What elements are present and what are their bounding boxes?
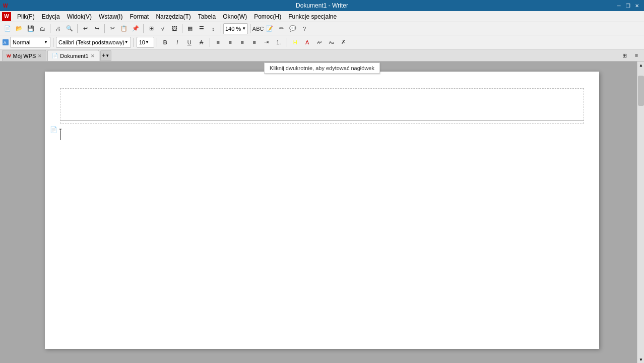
toolbar2: A Normal ▼ Calibri (Tekst podstawowy) ▼ … [0, 35, 644, 49]
scrollbar-thumb[interactable] [638, 76, 644, 106]
restore-button[interactable]: ❐ [624, 2, 632, 10]
tabbar-right: ⊞ ≡ [619, 50, 642, 61]
print-preview-button[interactable]: 🔍 [64, 23, 75, 34]
list-ordered-button[interactable]: 1. [273, 37, 284, 48]
help-button[interactable]: ? [299, 23, 310, 34]
zoom-value: 140 % [225, 26, 241, 32]
align-justify-button[interactable]: ≡ [249, 37, 260, 48]
undo-button[interactable]: ↩ [80, 23, 91, 34]
app-logo: W [3, 3, 8, 9]
zoom-arrow: ▼ [242, 26, 246, 31]
page-insert-icon[interactable]: 📄 ▼ [50, 126, 62, 133]
menu-tools[interactable]: Narzędzia(T) [153, 12, 194, 21]
tab-mywps-label: Mój WPS [13, 53, 36, 59]
font-dropdown[interactable]: Calibri (Tekst podstawowy) ▼ [56, 37, 131, 48]
tab-document1-close[interactable]: ✕ [91, 53, 95, 58]
open-button[interactable]: 📂 [14, 23, 25, 34]
menu-view[interactable]: Widok(V) [64, 12, 95, 21]
style-area: A Normal ▼ [2, 37, 50, 48]
redo-button[interactable]: ↪ [91, 23, 102, 34]
close-button[interactable]: ✕ [633, 2, 641, 10]
strikethrough-button[interactable]: A [196, 37, 207, 48]
word-count-button[interactable]: 📝 [264, 23, 275, 34]
document-area[interactable]: Kliknij dwukrotnie, aby edytować nagłówe… [0, 62, 644, 363]
spellcheck-button[interactable]: ABC [252, 23, 264, 34]
font-color-button[interactable]: A [302, 37, 313, 48]
tabbar: W Mój WPS ✕ 📄 Dokument1 ✕ + ▼ ⊞ ≡ [0, 49, 644, 62]
header-dashed-box[interactable] [60, 88, 584, 124]
insert-table-button[interactable]: ⊞ [146, 23, 157, 34]
page-insert-dropdown[interactable]: ▼ [58, 128, 62, 132]
header-tooltip[interactable]: Kliknij dwukrotnie, aby edytować nagłówe… [264, 63, 380, 74]
style-dropdown[interactable]: Normal ▼ [10, 37, 50, 48]
highlight-button[interactable]: H [290, 37, 301, 48]
sep2 [77, 24, 78, 33]
italic-button[interactable]: I [172, 37, 183, 48]
style-arrow: ▼ [44, 40, 48, 44]
paste-button[interactable]: 📌 [130, 23, 141, 34]
vertical-scrollbar[interactable]: ▲ ▼ [637, 62, 644, 363]
menu-insert[interactable]: Wstaw(I) [96, 12, 125, 21]
document-body[interactable]: 📄 ▼ [45, 121, 599, 323]
underline-button[interactable]: U [184, 37, 195, 48]
svg-text:A: A [4, 40, 7, 45]
new-tab-button[interactable]: + ▼ [100, 50, 111, 61]
align-left-button[interactable]: ≡ [213, 37, 224, 48]
font-value: Calibri (Tekst podstawowy) [58, 39, 124, 45]
menu-edit[interactable]: Edycja [39, 12, 63, 21]
new-button[interactable]: 📄 [2, 23, 13, 34]
align-center-button[interactable]: ≡ [225, 37, 236, 48]
size-arrow: ▼ [145, 40, 149, 44]
tab-settings-button[interactable]: ≡ [631, 50, 642, 61]
menu-help[interactable]: Pomoc(H) [251, 12, 284, 21]
tab-mywps-close[interactable]: ✕ [38, 53, 42, 58]
copy-button[interactable]: 📋 [118, 23, 130, 34]
subscript-button[interactable]: A₂ [326, 37, 337, 48]
app-menu-icon[interactable]: W [2, 12, 11, 21]
comment-button[interactable]: 💬 [287, 23, 298, 34]
bold-button[interactable]: B [160, 37, 171, 48]
indent-button[interactable]: ⇥ [261, 37, 272, 48]
menu-table[interactable]: Tabela [195, 12, 219, 21]
menubar: W Plik(F) Edycja Widok(V) Wstaw(I) Forma… [0, 11, 644, 22]
size-value: 10 [139, 39, 145, 45]
strikeout-button[interactable]: ✗ [338, 37, 349, 48]
page-insert-file-icon: 📄 [50, 126, 57, 133]
header-section: Kliknij dwukrotnie, aby edytować nagłówe… [60, 72, 584, 121]
minimize-button[interactable]: ─ [615, 2, 623, 10]
formula-button[interactable]: √ [157, 23, 168, 34]
columns-button[interactable]: ▦ [184, 23, 196, 34]
align-right-button[interactable]: ≡ [237, 37, 248, 48]
save-all-button[interactable]: 🗂 [37, 23, 48, 34]
linespacing-button[interactable]: ↕ [208, 23, 219, 34]
titlebar-left: W [3, 3, 8, 9]
list-button[interactable]: ☰ [196, 23, 207, 34]
menu-special[interactable]: Funkcje specjalne [285, 12, 340, 21]
menu-window[interactable]: Okno(W) [220, 12, 250, 21]
sep12 [287, 38, 287, 47]
menu-format[interactable]: Format [126, 12, 152, 21]
tab-document1[interactable]: 📄 Dokument1 ✕ [47, 50, 99, 61]
doc-tab-icon: 📄 [52, 53, 58, 58]
tab-expand-button[interactable]: ⊞ [619, 50, 630, 61]
font-arrow: ▼ [124, 40, 128, 44]
scroll-down-button[interactable]: ▼ [637, 356, 644, 363]
sep1 [50, 24, 50, 33]
menu-file[interactable]: Plik(F) [14, 12, 38, 21]
sep10 [157, 38, 157, 47]
size-dropdown[interactable]: 10 ▼ [137, 37, 154, 48]
scroll-up-button[interactable]: ▲ [637, 62, 644, 69]
sep3 [104, 24, 105, 33]
document-page[interactable]: Kliknij dwukrotnie, aby edytować nagłówe… [45, 72, 599, 349]
sep7 [250, 24, 250, 33]
insert-image-button[interactable]: 🖼 [169, 23, 180, 34]
track-changes-button[interactable]: ✏ [276, 23, 287, 34]
print-button[interactable]: 🖨 [52, 23, 63, 34]
cut-button[interactable]: ✂ [107, 23, 118, 34]
zoom-dropdown[interactable]: 140 % ▼ [223, 23, 248, 34]
titlebar-controls: ─ ❐ ✕ [615, 2, 641, 10]
superscript-button[interactable]: A² [314, 37, 325, 48]
add-tab-icon: + [102, 52, 105, 59]
save-button[interactable]: 💾 [25, 23, 36, 34]
tab-mywps[interactable]: W Mój WPS ✕ [2, 50, 46, 61]
